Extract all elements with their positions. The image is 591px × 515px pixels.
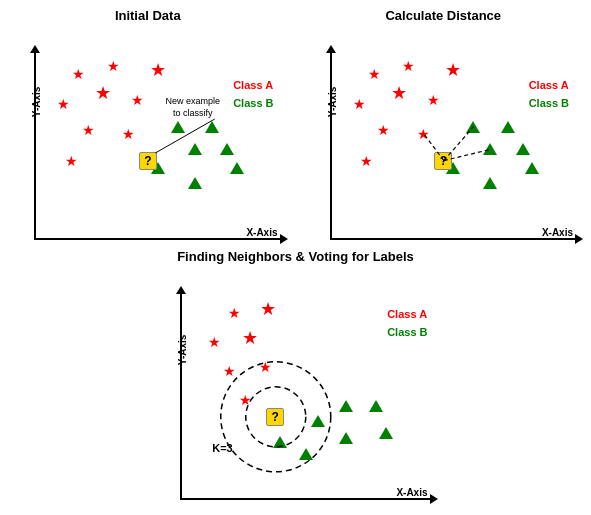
legend-a-distance: Class A: [529, 77, 569, 95]
y-axis-distance: [330, 51, 332, 240]
panel-neighbors: Finding Neighbors & Voting for Labels X-…: [146, 245, 446, 505]
dstar-3: ★: [445, 61, 461, 79]
dtri-6: [483, 177, 497, 189]
panel-initial-title: Initial Data: [4, 8, 292, 23]
top-row: Initial Data X-Axis Y-Axis ★ ★ ★ ★ ★ ★ ★…: [0, 0, 591, 245]
x-axis-distance: [330, 238, 578, 240]
panel-distance-title: Calculate Distance: [300, 8, 588, 23]
annotation-line1: New example: [165, 96, 220, 106]
nstar-2: ★: [260, 300, 276, 318]
main-container: Initial Data X-Axis Y-Axis ★ ★ ★ ★ ★ ★ ★…: [0, 0, 591, 515]
x-label-distance: X-Axis: [542, 227, 573, 238]
dstar-9: ★: [360, 154, 373, 168]
star-4: ★: [57, 97, 70, 111]
dstar-5: ★: [391, 84, 407, 102]
dtri-7: [525, 162, 539, 174]
ntri-4: [339, 432, 353, 444]
nstar-4: ★: [242, 329, 258, 347]
dstar-7: ★: [377, 123, 390, 137]
legend-a-initial: Class A: [233, 77, 273, 95]
tri-2: [205, 121, 219, 133]
qmark-distance: ?: [434, 152, 452, 170]
ntri-3: [369, 400, 383, 412]
legend-b-distance: Class B: [529, 95, 569, 113]
tri-3: [188, 143, 202, 155]
legend-distance: Class A Class B: [529, 77, 569, 112]
tri-1: [171, 121, 185, 133]
ntri-1: [311, 415, 325, 427]
annotation-initial: New example to classify: [163, 96, 223, 119]
dstar-4: ★: [353, 97, 366, 111]
dstar-8: ★: [417, 127, 430, 141]
nstar-6: ★: [259, 360, 272, 374]
legend-initial: Class A Class B: [233, 77, 273, 112]
legend-b-neighbors: Class B: [387, 324, 427, 342]
panel-distance: Calculate Distance X-Axis Y-Axis ★ ★ ★ ★…: [296, 0, 592, 245]
y-label-neighbors: Y-Axis: [176, 335, 187, 366]
nstar-1: ★: [228, 306, 241, 320]
panel-initial: Initial Data X-Axis Y-Axis ★ ★ ★ ★ ★ ★ ★…: [0, 0, 296, 245]
x-axis-initial: [34, 238, 282, 240]
y-label-distance: Y-Axis: [326, 86, 337, 117]
tri-6: [188, 177, 202, 189]
annotation-line2: to classify: [173, 108, 213, 118]
x-label-neighbors: X-Axis: [396, 487, 427, 498]
y-axis-neighbors: [180, 292, 182, 500]
dstar-1: ★: [368, 67, 381, 81]
axes-neighbors: X-Axis Y-Axis ★ ★ ★ ★ ★ ★ ★: [180, 292, 432, 500]
nstar-3: ★: [208, 335, 221, 349]
dtri-3: [483, 143, 497, 155]
star-1: ★: [72, 67, 85, 81]
legend-neighbors: Class A Class B: [387, 306, 427, 341]
legend-a-neighbors: Class A: [387, 306, 427, 324]
tri-7: [230, 162, 244, 174]
x-axis-neighbors: [180, 498, 432, 500]
chart-neighbors: X-Axis Y-Axis ★ ★ ★ ★ ★ ★ ★: [150, 268, 442, 515]
star-7: ★: [82, 123, 95, 137]
panel-neighbors-title: Finding Neighbors & Voting for Labels: [150, 249, 442, 264]
dtri-2: [501, 121, 515, 133]
dtri-4: [516, 143, 530, 155]
star-2: ★: [107, 59, 120, 73]
chart-distance: X-Axis Y-Axis ★ ★ ★ ★ ★ ★ ★ ★ ★: [300, 27, 588, 260]
nstar-7: ★: [239, 393, 252, 407]
star-3: ★: [150, 61, 166, 79]
star-6: ★: [131, 93, 144, 107]
ntri-6: [273, 436, 287, 448]
y-label-initial: Y-Axis: [31, 86, 42, 117]
qmark-initial: ?: [139, 152, 157, 170]
y-axis-initial: [34, 51, 36, 240]
star-5: ★: [95, 84, 111, 102]
qmark-neighbors: ?: [266, 408, 284, 426]
ntri-2: [339, 400, 353, 412]
x-label-initial: X-Axis: [246, 227, 277, 238]
tri-4: [220, 143, 234, 155]
nstar-5: ★: [223, 364, 236, 378]
dstar-6: ★: [427, 93, 440, 107]
axes-distance: X-Axis Y-Axis ★ ★ ★ ★ ★ ★ ★ ★ ★: [330, 51, 578, 240]
star-9: ★: [65, 154, 78, 168]
star-8: ★: [122, 127, 135, 141]
chart-initial: X-Axis Y-Axis ★ ★ ★ ★ ★ ★ ★ ★ ★: [4, 27, 292, 260]
dtri-1: [466, 121, 480, 133]
ntri-7: [299, 448, 313, 460]
k-label: K=3: [212, 442, 233, 454]
legend-b-initial: Class B: [233, 95, 273, 113]
dstar-2: ★: [402, 59, 415, 73]
axes-initial: X-Axis Y-Axis ★ ★ ★ ★ ★ ★ ★ ★ ★: [34, 51, 282, 240]
ntri-5: [379, 427, 393, 439]
